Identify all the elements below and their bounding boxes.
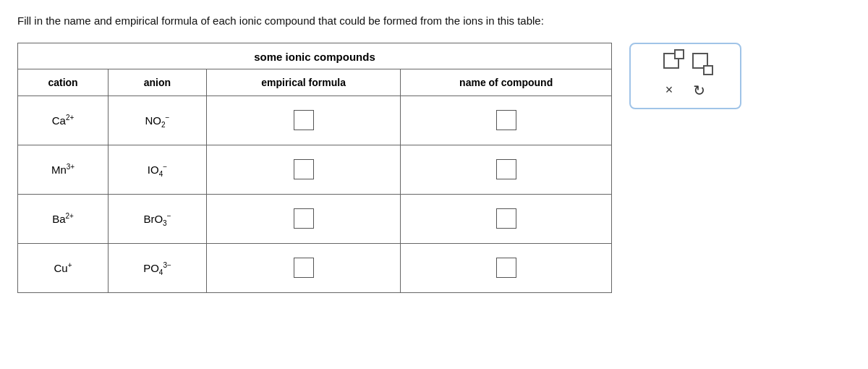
empirical-formula-cell-4[interactable]: [206, 243, 401, 292]
cation-formula-1: Ca2+: [52, 114, 75, 127]
name-cell-2[interactable]: [401, 145, 611, 194]
name-input-4[interactable]: [496, 258, 516, 278]
table-row: Ca2+ NO2−: [18, 96, 611, 145]
close-button[interactable]: ×: [665, 82, 673, 98]
header-anion: anion: [109, 69, 207, 96]
anion-formula-1: NO2−: [145, 114, 170, 127]
cation-formula-2: Mn3+: [51, 164, 75, 176]
table-header-row: cation anion empirical formula name of c…: [18, 69, 611, 96]
empirical-formula-input-1[interactable]: [294, 110, 314, 130]
square-icon-small-1: [674, 49, 684, 59]
cation-cell-1: Ca2+: [18, 96, 109, 145]
instruction-text: Fill in the name and empirical formula o…: [17, 13, 851, 30]
table-row: Mn3+ IO4−: [18, 145, 611, 194]
table-title-row: some ionic compounds: [18, 43, 611, 69]
table-row: Cu+ PO43−: [18, 243, 611, 292]
empirical-formula-input-4[interactable]: [294, 258, 314, 278]
table-row: Ba2+ BrO3−: [18, 194, 611, 243]
name-cell-3[interactable]: [401, 194, 611, 243]
anion-formula-4: PO43−: [143, 262, 171, 274]
panel-icons-row: [663, 53, 708, 72]
anion-formula-2: IO4−: [148, 164, 167, 176]
cation-formula-4: Cu+: [54, 262, 72, 274]
header-cation: cation: [18, 69, 109, 96]
panel-actions-row: × ↺: [665, 82, 706, 99]
square-icon-small-2: [703, 65, 713, 75]
empirical-formula-cell-2[interactable]: [206, 145, 401, 194]
anion-cell-3: BrO3−: [109, 194, 207, 243]
cation-cell-3: Ba2+: [18, 194, 109, 243]
cation-cell-4: Cu+: [18, 243, 109, 292]
empirical-formula-input-2[interactable]: [294, 159, 314, 179]
anion-cell-1: NO2−: [109, 96, 207, 145]
undo-button[interactable]: ↺: [693, 82, 705, 99]
name-cell-1[interactable]: [401, 96, 611, 145]
cation-formula-3: Ba2+: [52, 213, 74, 225]
ionic-compounds-table: some ionic compounds cation anion empiri…: [17, 43, 612, 294]
icon-box-1[interactable]: [663, 53, 679, 72]
empirical-formula-cell-1[interactable]: [206, 96, 401, 145]
empirical-formula-input-3[interactable]: [294, 208, 314, 229]
anion-formula-3: BrO3−: [143, 213, 171, 225]
name-cell-4[interactable]: [401, 243, 611, 292]
header-name-of-compound: name of compound: [401, 69, 611, 96]
icon-box-2[interactable]: [692, 53, 708, 72]
name-input-1[interactable]: [496, 110, 516, 130]
anion-cell-4: PO43−: [109, 243, 207, 292]
table-title: some ionic compounds: [18, 43, 611, 69]
cation-cell-2: Mn3+: [18, 145, 109, 194]
anion-cell-2: IO4−: [109, 145, 207, 194]
right-panel: × ↺: [629, 43, 741, 109]
header-empirical-formula: empirical formula: [206, 69, 401, 96]
empirical-formula-cell-3[interactable]: [206, 194, 401, 243]
name-input-3[interactable]: [496, 208, 516, 229]
name-input-2[interactable]: [496, 159, 516, 179]
